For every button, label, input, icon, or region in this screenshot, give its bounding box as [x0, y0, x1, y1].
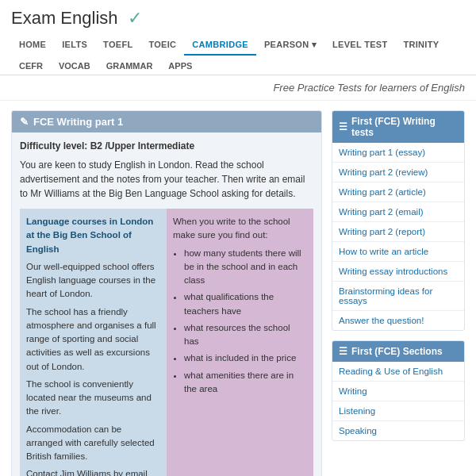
- nav-item[interactable]: CAMBRIDGE: [184, 35, 256, 56]
- col-left-p4: Accommodation can be arranged with caref…: [26, 423, 160, 464]
- list-icon: ☰: [339, 346, 347, 357]
- sidebar-link[interactable]: Speaking: [332, 421, 464, 440]
- sections-title: First (FCE) Sections: [351, 346, 443, 357]
- col-left: Language courses in London at the Big Be…: [20, 209, 167, 476]
- writing-tests-header: ☰ First (FCE) Writing tests: [332, 111, 464, 143]
- list-item: what amenities there are in the area: [184, 369, 307, 397]
- difficulty-value: B2 /Upper Intermediate: [90, 140, 194, 152]
- sidebar-link[interactable]: Writing part 2 (email): [332, 202, 464, 222]
- nav-secondary-item[interactable]: GRAMMAR: [98, 57, 161, 75]
- primary-nav: HOMEIELTSTOEFLTOEICCAMBRIDGEPEARSON ▾LEV…: [11, 35, 465, 56]
- intro-text: You are keen to study English in London.…: [20, 158, 313, 201]
- nav-item[interactable]: PEARSON ▾: [256, 35, 324, 56]
- list-icon: ☰: [339, 121, 347, 132]
- sidebar-link[interactable]: Listening: [332, 401, 464, 421]
- nav-secondary-item[interactable]: APPS: [160, 57, 200, 75]
- panel-title: FCE Writing part 1: [33, 116, 123, 128]
- fce-panel-body: Difficulty level: B2 /Upper Intermediate…: [12, 132, 321, 476]
- col-left-heading: Language courses in London at the Big Be…: [26, 217, 153, 254]
- sidebar-link[interactable]: Reading & Use of English: [332, 362, 464, 382]
- site-title: Exam English ✓: [11, 8, 465, 29]
- sidebar-link[interactable]: Writing part 2 (article): [332, 182, 464, 202]
- sidebar-link[interactable]: How to write an article: [332, 242, 464, 262]
- nav-secondary-item[interactable]: CEFR: [11, 57, 51, 75]
- writing-tests-title: First (FCE) Writing tests: [351, 116, 458, 138]
- checkmark-icon: ✓: [128, 8, 142, 28]
- main-layout: ✎ FCE Writing part 1 Difficulty level: B…: [0, 101, 476, 476]
- title-text: Exam English: [11, 8, 118, 28]
- col-right-list: how many students there will be in the s…: [173, 247, 307, 397]
- col-left-p3: The school is conveniently located near …: [26, 378, 160, 419]
- col-left-p1: Our well-equipped school offers English …: [26, 260, 160, 301]
- sidebar-link[interactable]: Writing part 2 (review): [332, 163, 464, 182]
- panel-icon: ✎: [20, 116, 29, 128]
- content-area: ✎ FCE Writing part 1 Difficulty level: B…: [11, 110, 322, 476]
- writing-tests-body: Writing part 1 (essay) Writing part 2 (r…: [332, 143, 464, 330]
- list-item: what is included in the price: [184, 351, 307, 365]
- sections-widget: ☰ First (FCE) Sections Reading & Use of …: [332, 340, 465, 441]
- nav-item[interactable]: TRINITY: [395, 35, 447, 56]
- sections-header: ☰ First (FCE) Sections: [332, 341, 464, 362]
- sidebar-link[interactable]: Answer the question!: [332, 311, 464, 330]
- list-item: what qualifications the teachers have: [184, 290, 307, 318]
- nav-item[interactable]: HOME: [11, 35, 54, 56]
- sidebar: ☰ First (FCE) Writing tests Writing part…: [332, 110, 465, 476]
- secondary-nav: CEFRVOCABGRAMMARAPPS: [11, 57, 465, 75]
- col-right: When you write to the school make sure y…: [167, 209, 313, 476]
- nav-item[interactable]: TOEIC: [140, 35, 184, 56]
- col-right-heading: When you write to the school make sure y…: [173, 215, 307, 243]
- nav-item[interactable]: IELTS: [54, 35, 95, 56]
- col-left-p2: The school has a friendly atmosphere and…: [26, 305, 160, 374]
- difficulty-label: Difficulty level:: [20, 140, 87, 152]
- writing-tests-widget: ☰ First (FCE) Writing tests Writing part…: [332, 110, 465, 331]
- subtitle-bar: Free Practice Tests for learners of Engl…: [0, 75, 476, 101]
- nav-item[interactable]: TOEFL: [95, 35, 140, 56]
- sidebar-link[interactable]: Writing: [332, 382, 464, 401]
- fce-writing-panel: ✎ FCE Writing part 1 Difficulty level: B…: [11, 110, 322, 476]
- site-header: Exam English ✓ HOMEIELTSTOEFLTOEICCAMBRI…: [0, 0, 476, 75]
- sidebar-link[interactable]: Brainstorming ideas for essays: [332, 282, 464, 311]
- fce-panel-header: ✎ FCE Writing part 1: [12, 111, 321, 132]
- difficulty-line: Difficulty level: B2 /Upper Intermediate: [20, 140, 313, 152]
- col-left-p5: Contact Jim Williams by email (jw@bigben…: [26, 467, 160, 476]
- subtitle-text: Free Practice Tests for learners of Engl…: [273, 82, 465, 94]
- nav-item[interactable]: LEVEL TEST: [324, 35, 395, 56]
- list-item: how many students there will be in the s…: [184, 247, 307, 288]
- sidebar-link[interactable]: Writing essay introductions: [332, 262, 464, 282]
- sections-body: Reading & Use of English Writing Listeni…: [332, 362, 464, 440]
- sidebar-link[interactable]: Writing part 1 (essay): [332, 143, 464, 163]
- two-col-table: Language courses in London at the Big Be…: [20, 209, 313, 476]
- list-item: what resources the school has: [184, 321, 307, 349]
- nav-secondary-item[interactable]: VOCAB: [51, 57, 98, 75]
- sidebar-link[interactable]: Writing part 2 (report): [332, 222, 464, 242]
